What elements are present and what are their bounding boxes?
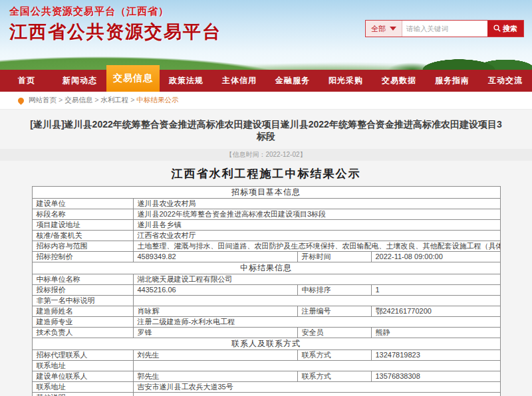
table-row: 建设单位联系人郭先生联系方式13576838308 bbox=[32, 371, 500, 382]
value-cell: 吉安市遂川县工农兵大道35号 bbox=[133, 382, 500, 393]
label-cell: 非第一名中标说明 bbox=[32, 296, 133, 306]
label-cell: 招标控制价 bbox=[32, 252, 133, 262]
search-button-label: 搜索 bbox=[503, 24, 517, 34]
table-row: 核准/备案机关江西省农业农村厅 bbox=[32, 231, 500, 241]
table-row: 联系地址吉安市遂川县工农兵大道35号 bbox=[32, 382, 500, 393]
label-cell: 安全员 bbox=[297, 328, 371, 338]
nav-item-10[interactable]: 互动交流 bbox=[479, 70, 532, 92]
label-cell: 投标报价 bbox=[32, 285, 133, 296]
search-category-dropdown[interactable]: 全部 bbox=[366, 21, 402, 37]
value-cell bbox=[133, 296, 500, 306]
nav-item-9[interactable]: 服务指南 bbox=[426, 70, 479, 92]
article-content: [遂川县]遂川县2022年统筹整合资金推进高标准农田建设项目遂川县2022年统筹… bbox=[0, 119, 532, 396]
value-cell: 肖咏辉 bbox=[133, 306, 297, 317]
value-cell: 罗锋 bbox=[133, 328, 297, 338]
table-row: 建设单位遂川县农业农村局 bbox=[32, 199, 500, 209]
article-title: [遂川县]遂川县2022年统筹整合资金推进高标准农田建设项目遂川县2022年统筹… bbox=[27, 119, 505, 143]
value-cell: 遂川县农业农村局 bbox=[133, 199, 500, 209]
label-cell: 注册编号 bbox=[297, 306, 371, 317]
label-cell: 建造师专业 bbox=[32, 317, 133, 328]
label-cell: 开标时间 bbox=[297, 252, 371, 262]
label-cell: 项目建设地址 bbox=[32, 220, 133, 231]
nav-item-2[interactable]: 新闻动态 bbox=[53, 70, 106, 92]
search-button[interactable]: 搜索 bbox=[487, 21, 523, 37]
value-cell: 13247819823 bbox=[371, 350, 500, 361]
search-bar: 全部 搜索 bbox=[365, 20, 524, 37]
table-row: 建造师专业注册二级建造师-水利水电工程 bbox=[32, 317, 500, 328]
label-cell: 中标单位名称 bbox=[32, 274, 133, 285]
search-category-label: 全部 bbox=[371, 24, 386, 34]
value-cell: 4435216.06 bbox=[133, 285, 297, 296]
table-row: 技术负责人罗锋安全员熊静 bbox=[32, 328, 500, 338]
label-cell: 联系地址 bbox=[32, 361, 133, 371]
page: 全国公共资源交易平台（江西省） 江西省公共资源交易平台 全部 搜索 首页新闻动态… bbox=[0, 0, 532, 396]
table-row: 中标结果信息 bbox=[32, 262, 500, 274]
value-cell: 鄂242161770200 bbox=[371, 306, 500, 317]
value-cell: 1 bbox=[371, 285, 500, 296]
value-cell: 2022-11-08 09:00:00 bbox=[371, 252, 500, 262]
breadcrumb-item[interactable]: 水利工程 bbox=[100, 96, 128, 104]
nav-item-1[interactable]: 首页 bbox=[0, 70, 53, 92]
nav-item-4[interactable]: 政策法规 bbox=[160, 70, 213, 92]
header-banner: 全国公共资源交易平台（江西省） 江西省公共资源交易平台 全部 搜索 bbox=[0, 0, 532, 70]
value-cell: 郭先生 bbox=[133, 371, 297, 382]
table-row: 招标项目基本信息 bbox=[32, 187, 500, 199]
label-cell: 标段名称 bbox=[32, 209, 133, 220]
publish-time-text: 【信息时间：2022-12-02】 bbox=[225, 151, 306, 158]
breadcrumb: 网站首页>交易信息>水利工程>中标结果公示 bbox=[0, 92, 532, 110]
publish-time: 【信息时间：2022-12-02】 bbox=[0, 149, 532, 161]
label-cell: 联系方式 bbox=[297, 350, 371, 361]
breadcrumb-item[interactable]: 交易信息 bbox=[65, 96, 92, 104]
label-cell: 联系地址 bbox=[32, 382, 133, 393]
value-cell: 江西省农业农村厅 bbox=[133, 231, 500, 241]
nav-item-7[interactable]: 阳光采购 bbox=[319, 70, 372, 92]
table-row: 招标内容与范围土地整理、灌溉与排水、田间道路、农田防护及生态环境保持、农田输配电… bbox=[32, 241, 500, 252]
label-cell: 其他说明 bbox=[32, 393, 133, 396]
label-cell: 核准/备案机关 bbox=[32, 231, 133, 241]
label-cell: 建设单位联系人 bbox=[32, 371, 133, 382]
section-header-cell: 招标项目基本信息 bbox=[32, 187, 500, 199]
value-cell bbox=[133, 361, 500, 371]
value-cell: 13576838308 bbox=[371, 371, 500, 382]
breadcrumb-separator: > bbox=[130, 96, 134, 104]
table-row: 项目建设地址遂川县各乡镇 bbox=[32, 220, 500, 231]
breadcrumb-items: 网站首页>交易信息>水利工程>中标结果公示 bbox=[29, 96, 178, 105]
nav-item-8[interactable]: 交易数据 bbox=[372, 70, 426, 92]
search-input[interactable] bbox=[402, 21, 487, 37]
table-row: 中标单位名称湖北晓天晟建设工程有限公司 bbox=[32, 274, 500, 285]
site-title: 江西省公共资源交易平台 bbox=[9, 20, 221, 44]
breadcrumb-item[interactable]: 网站首页 bbox=[29, 96, 57, 104]
value-cell: 土地整理、灌溉与排水、田间道路、农田防护及生态环境保持、农田输配电、土壤改良、其… bbox=[133, 241, 500, 252]
value-cell: 遂川县各乡镇 bbox=[133, 220, 500, 231]
table-row: 联系人及联系方式 bbox=[32, 338, 500, 350]
nav-item-5[interactable]: 主体信用 bbox=[213, 70, 266, 92]
table-row: 建造师姓名肖咏辉注册编号鄂242161770200 bbox=[32, 306, 500, 317]
label-cell: 技术负责人 bbox=[32, 328, 133, 338]
main-navigation: 首页新闻动态交易信息政策法规主体信用金融服务阳光采购交易数据服务指南互动交流 bbox=[0, 70, 532, 92]
national-platform-subtitle: 全国公共资源交易平台（江西省） bbox=[9, 5, 221, 18]
label-cell: 招标代理联系人 bbox=[32, 350, 133, 361]
table-row: 投标报价4435216.06中标排序1 bbox=[32, 285, 500, 296]
label-cell: 建设单位 bbox=[32, 199, 133, 209]
table-row: 联系地址 bbox=[32, 361, 500, 371]
location-pin-icon bbox=[17, 96, 25, 105]
nav-item-6[interactable]: 金融服务 bbox=[266, 70, 319, 92]
chevron-down-icon bbox=[390, 27, 396, 31]
value-cell: 遂川县2022年统筹整合资金推进高标准农田建设项目3标段 bbox=[133, 209, 500, 220]
breadcrumb-item[interactable]: 中标结果公示 bbox=[136, 96, 178, 104]
table-row: 招标控制价4589349.82开标时间2022-11-08 09:00:00 bbox=[32, 252, 500, 262]
value-cell: 4589349.82 bbox=[133, 252, 297, 262]
table-row: 非第一名中标说明 bbox=[32, 296, 500, 306]
brand: 全国公共资源交易平台（江西省） 江西省公共资源交易平台 bbox=[9, 5, 221, 44]
value-cell: 刘先生 bbox=[133, 350, 297, 361]
document-title: 江西省水利工程施工中标结果公示 bbox=[0, 166, 532, 181]
value-cell bbox=[133, 393, 500, 396]
breadcrumb-separator: > bbox=[59, 96, 63, 104]
label-cell: 招标内容与范围 bbox=[32, 241, 133, 252]
value-cell: 熊静 bbox=[371, 328, 500, 338]
table-row: 标段名称遂川县2022年统筹整合资金推进高标准农田建设项目3标段 bbox=[32, 209, 500, 220]
label-cell: 中标排序 bbox=[297, 285, 371, 296]
nav-item-3[interactable]: 交易信息 bbox=[106, 65, 160, 92]
label-cell: 建造师姓名 bbox=[32, 306, 133, 317]
search-icon bbox=[493, 25, 501, 33]
